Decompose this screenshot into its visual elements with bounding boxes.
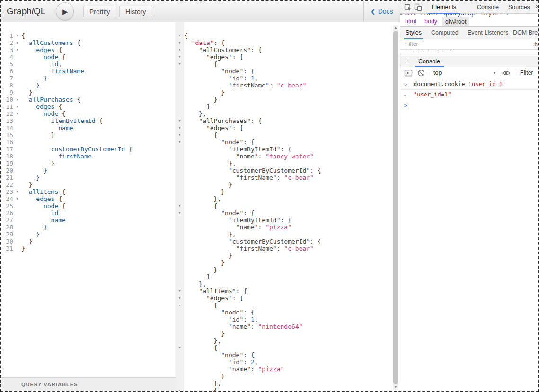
tab-dom-breakpoints[interactable]: DOM Bre xyxy=(513,27,538,39)
tab-event-listeners[interactable]: Event Listeners xyxy=(468,27,508,39)
history-button[interactable]: History xyxy=(119,6,152,17)
fold-arrow-icon[interactable]: ▾ xyxy=(13,103,21,110)
fold-arrow-icon[interactable]: ▾ xyxy=(175,344,184,351)
fold-arrow-icon[interactable]: ▾ xyxy=(175,131,184,139)
code-line: "firstName": "c-bear" xyxy=(175,82,393,89)
fold-arrow-icon[interactable]: ▾ xyxy=(175,302,184,309)
graphiql-app: GraphiQL ▶ Prettify History ❮ Docs 1▾{2▾… xyxy=(1,1,400,391)
fold-gutter xyxy=(13,75,21,82)
code-line: "customerByCustomerId": { xyxy=(175,167,393,174)
line-number: 16 xyxy=(1,139,13,146)
scrollbar-down-arrow-icon[interactable]: ▼ xyxy=(393,384,398,390)
fold-arrow-icon[interactable]: ▾ xyxy=(13,96,21,103)
drawer-tab-console[interactable]: Console xyxy=(418,56,440,67)
styles-filter-input[interactable]: Filter xyxy=(405,39,418,49)
tab-sources[interactable]: Sources xyxy=(506,1,532,14)
scrollbar-up-arrow-icon[interactable]: ▲ xyxy=(393,25,398,31)
fold-arrow-icon[interactable]: ▾ xyxy=(13,32,21,39)
inspect-element-icon[interactable] xyxy=(404,3,413,12)
fold-gutter xyxy=(175,68,184,75)
fold-arrow-icon[interactable]: ▾ xyxy=(175,117,184,124)
fold-gutter xyxy=(13,160,21,167)
kebab-menu-icon[interactable]: ⋮ xyxy=(405,57,411,64)
breadcrumb-body[interactable]: body xyxy=(424,17,437,26)
code-line: 24▾ edges { xyxy=(1,195,175,202)
fold-arrow-icon[interactable]: ▾ xyxy=(13,110,21,117)
fold-arrow-icon[interactable]: ▾ xyxy=(175,139,184,146)
logo-text: QL xyxy=(34,6,45,16)
fold-gutter xyxy=(13,217,21,224)
scrollbar-thumb[interactable] xyxy=(393,31,398,384)
query-variables-header[interactable]: QUERY VARIABLES xyxy=(1,377,175,391)
fold-arrow-icon[interactable]: ▾ xyxy=(175,202,184,209)
line-number: 29 xyxy=(1,231,13,238)
code-line: ▾ { xyxy=(175,302,393,309)
tab-elements[interactable]: Elements xyxy=(430,1,458,14)
console-sidebar-toggle-icon[interactable] xyxy=(404,69,413,78)
tab-computed[interactable]: Computed xyxy=(431,27,459,39)
code-line: 23▾ allItems { xyxy=(1,188,175,195)
tab-console[interactable]: Console xyxy=(475,1,501,14)
fold-gutter xyxy=(13,61,21,68)
execution-context-selector[interactable]: top xyxy=(433,67,442,79)
fold-arrow-icon[interactable]: ▾ xyxy=(13,39,21,46)
fold-gutter xyxy=(13,224,21,231)
fold-gutter xyxy=(13,202,21,209)
breadcrumb-div-root[interactable]: div#root xyxy=(442,17,469,26)
fold-arrow-icon[interactable]: ▾ xyxy=(175,387,184,391)
close-devtools-icon[interactable]: ✕ xyxy=(535,3,539,10)
code-line: ▾ { xyxy=(175,344,393,351)
line-number: 6 xyxy=(1,68,13,75)
code-line: "id": 1, xyxy=(175,75,393,82)
code-line: "id": 2, xyxy=(175,358,393,366)
fold-gutter xyxy=(175,82,184,89)
code-line: } xyxy=(175,89,393,96)
fold-gutter xyxy=(175,316,184,323)
fold-gutter xyxy=(175,160,184,167)
fold-arrow-icon[interactable]: ▾ xyxy=(175,295,184,302)
code-line: }, xyxy=(175,160,393,167)
line-number: 17 xyxy=(1,146,13,153)
code-line: 14 name xyxy=(1,124,175,131)
fold-arrow-icon[interactable]: ▾ xyxy=(13,188,21,195)
console-result-row: ◂"user_id=1" xyxy=(400,90,538,100)
prettify-button[interactable]: Prettify xyxy=(83,6,116,17)
tab-styles[interactable]: Styles xyxy=(406,27,422,39)
fold-arrow-icon[interactable]: ▾ xyxy=(175,61,184,68)
code-line: "name": "fancy-water" xyxy=(175,153,393,160)
execute-query-button[interactable]: ▶ xyxy=(56,2,74,20)
docs-button[interactable]: ❮ Docs xyxy=(363,1,400,22)
fold-gutter xyxy=(175,110,184,117)
fold-arrow-icon[interactable]: ▾ xyxy=(13,195,21,202)
fold-arrow-icon[interactable]: ▾ xyxy=(13,46,21,53)
fold-gutter xyxy=(13,231,21,238)
live-expression-eye-icon[interactable] xyxy=(502,69,510,78)
fold-arrow-icon[interactable]: ▾ xyxy=(175,124,184,131)
query-editor[interactable]: 1▾{2▾ allCustomers {3▾ edges {4 node {5 … xyxy=(1,22,175,391)
device-toolbar-icon[interactable] xyxy=(414,3,423,12)
code-line: 6 firstName xyxy=(1,68,175,75)
fold-gutter xyxy=(175,351,184,358)
fold-arrow-icon[interactable]: ▾ xyxy=(175,53,184,61)
clear-console-icon[interactable] xyxy=(417,69,425,78)
line-number: 12 xyxy=(1,110,13,117)
fold-arrow-icon[interactable]: ▾ xyxy=(175,287,184,295)
line-number: 26 xyxy=(1,209,13,217)
result-scrollbar[interactable]: ▲ ▼ xyxy=(393,25,398,390)
result-code-area: ▾{▾ "data": {▾ "allCustomers": {▾ "edges… xyxy=(175,22,393,391)
chevron-down-icon[interactable]: ▼ xyxy=(493,67,496,79)
console-filter-input[interactable]: Filter xyxy=(520,67,533,79)
fold-arrow-icon[interactable]: ▾ xyxy=(175,32,184,39)
query-code-area[interactable]: 1▾{2▾ allCustomers {3▾ edges {4 node {5 … xyxy=(1,22,175,377)
console-command-string: 'user_id=1' xyxy=(468,81,506,87)
fold-gutter xyxy=(175,337,184,344)
breadcrumb-html[interactable]: html xyxy=(405,17,416,26)
fold-arrow-icon[interactable]: ▾ xyxy=(175,39,184,46)
console-prompt[interactable]: > xyxy=(400,100,538,104)
fold-gutter xyxy=(175,280,184,287)
hov-toggle-button[interactable]: :h xyxy=(533,39,538,49)
code-line: "node": { xyxy=(175,68,393,75)
fold-arrow-icon[interactable]: ▾ xyxy=(175,209,184,217)
code-line: 18 firstName xyxy=(1,153,175,160)
fold-arrow-icon[interactable]: ▾ xyxy=(175,46,184,53)
